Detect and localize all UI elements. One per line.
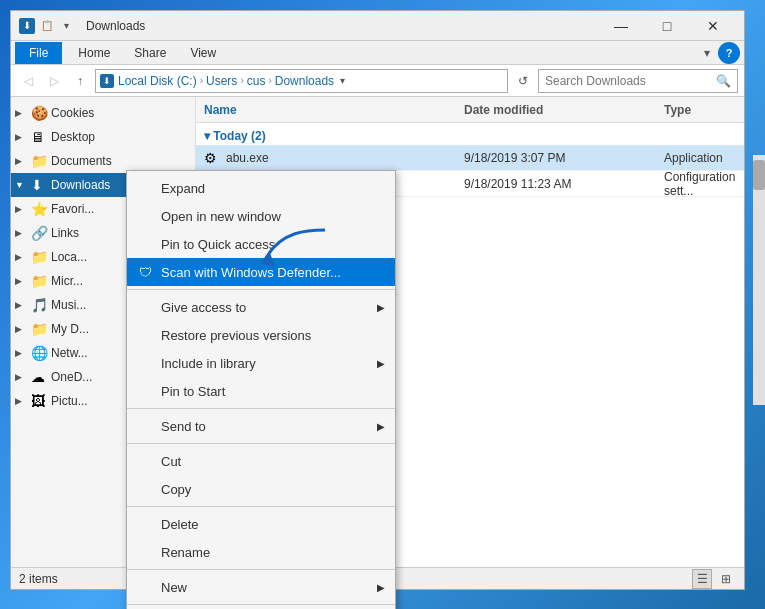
cm-copy-label: Copy	[161, 482, 191, 497]
group-header-today[interactable]: ▾ Today (2)	[196, 123, 744, 145]
cm-new-label: New	[161, 580, 187, 595]
search-input[interactable]	[545, 74, 716, 88]
col-type[interactable]: Type	[664, 103, 736, 117]
sidebar-label-network: Netw...	[51, 346, 88, 360]
cm-scan-defender-icon: 🛡	[137, 264, 153, 280]
pictures-icon: 🖼	[31, 393, 47, 409]
cm-include-library-label: Include in library	[161, 356, 256, 371]
large-icons-view-button[interactable]: ⊞	[716, 569, 736, 589]
cm-open-new-window[interactable]: Open in new window	[127, 202, 395, 230]
expand-arrow-desktop: ▶	[15, 132, 27, 142]
path-cus[interactable]: cus	[247, 74, 266, 88]
cookies-icon: 🍪	[31, 105, 47, 121]
tab-view[interactable]: View	[178, 42, 228, 64]
expand-arrow-links: ▶	[15, 228, 27, 238]
path-local-disk[interactable]: Local Disk (C:)	[118, 74, 197, 88]
sidebar-label-favorites: Favori...	[51, 202, 94, 216]
file-date-abu: 9/18/2019 3:07 PM	[464, 151, 664, 165]
cm-scan-defender[interactable]: 🛡 Scan with Windows Defender...	[127, 258, 395, 286]
cm-expand[interactable]: Expand	[127, 174, 395, 202]
cm-send-to-arrow: ▶	[377, 421, 385, 432]
cm-give-access-arrow: ▶	[377, 302, 385, 313]
file-date-config: 9/18/2019 11:23 AM	[464, 177, 664, 191]
cm-delete[interactable]: Delete	[127, 510, 395, 538]
sidebar-item-cookies[interactable]: ▶ 🍪 Cookies	[11, 101, 195, 125]
close-button[interactable]: ✕	[690, 11, 736, 41]
help-button[interactable]: ?	[718, 42, 740, 64]
cm-cut-left: Cut	[137, 453, 181, 469]
path-downloads[interactable]: Downloads	[275, 74, 334, 88]
window-title: Downloads	[86, 19, 145, 33]
cm-copy-left: Copy	[137, 481, 191, 497]
cm-scan-defender-label: Scan with Windows Defender...	[161, 265, 341, 280]
cm-sep-6	[127, 604, 395, 605]
cm-new[interactable]: New ▶	[127, 573, 395, 601]
path-users[interactable]: Users	[206, 74, 237, 88]
cm-rename-left: Rename	[137, 544, 210, 560]
expand-arrow-pictures: ▶	[15, 396, 27, 406]
expand-arrow-favorites: ▶	[15, 204, 27, 214]
cm-pin-start-icon	[137, 383, 153, 399]
cm-delete-label: Delete	[161, 517, 199, 532]
back-button[interactable]: ◁	[17, 70, 39, 92]
details-view-button[interactable]: ☰	[692, 569, 712, 589]
sidebar-label-downloads: Downloads	[51, 178, 110, 192]
cm-give-access[interactable]: Give access to ▶	[127, 293, 395, 321]
minimize-button[interactable]: —	[598, 11, 644, 41]
cm-cut[interactable]: Cut	[127, 447, 395, 475]
file-row-abu[interactable]: ⚙ abu.exe 9/18/2019 3:07 PM Application	[196, 145, 744, 171]
path-sep-3: ›	[268, 75, 271, 86]
context-menu: Expand Open in new window Pin to Quick a…	[126, 170, 396, 609]
tab-home[interactable]: Home	[66, 42, 122, 64]
scrollbar-thumb[interactable]	[753, 160, 765, 190]
cm-pin-quick-left: Pin to Quick access	[137, 236, 275, 252]
cm-give-access-icon	[137, 299, 153, 315]
cm-restore-versions[interactable]: Restore previous versions	[127, 321, 395, 349]
path-dropdown-icon[interactable]: ▾	[340, 75, 345, 86]
vertical-scrollbar[interactable]	[753, 155, 765, 405]
cm-rename[interactable]: Rename	[127, 538, 395, 566]
refresh-button[interactable]: ↺	[512, 70, 534, 92]
qa-properties-icon[interactable]: 📋	[39, 18, 55, 34]
file-type-config: Configuration sett...	[664, 170, 736, 198]
cm-send-to-left: Send to	[137, 418, 206, 434]
sidebar-label-mydocs: My D...	[51, 322, 89, 336]
maximize-button[interactable]: □	[644, 11, 690, 41]
cm-include-library[interactable]: Include in library ▶	[127, 349, 395, 377]
expand-arrow-documents: ▶	[15, 156, 27, 166]
cm-restore-versions-label: Restore previous versions	[161, 328, 311, 343]
microsoft-icon: 📁	[31, 273, 47, 289]
cm-pin-quick[interactable]: Pin to Quick access	[127, 230, 395, 258]
search-box[interactable]: 🔍	[538, 69, 738, 93]
cm-sep-4	[127, 506, 395, 507]
cm-open-new-window-label: Open in new window	[161, 209, 281, 224]
mydocs-icon: 📁	[31, 321, 47, 337]
expand-arrow-cookies: ▶	[15, 108, 27, 118]
col-name[interactable]: Name	[204, 103, 464, 117]
title-bar: ⬇ 📋 ▾ Downloads — □ ✕	[11, 11, 744, 41]
forward-button[interactable]: ▷	[43, 70, 65, 92]
expand-arrow-onedrive: ▶	[15, 372, 27, 382]
up-button[interactable]: ↑	[69, 70, 91, 92]
cm-copy-icon	[137, 481, 153, 497]
cm-pin-quick-label: Pin to Quick access	[161, 237, 275, 252]
col-date[interactable]: Date modified	[464, 103, 664, 117]
address-bar: ◁ ▷ ↑ ⬇ Local Disk (C:) › Users › cus › …	[11, 65, 744, 97]
address-path[interactable]: ⬇ Local Disk (C:) › Users › cus › Downlo…	[95, 69, 508, 93]
cm-send-to[interactable]: Send to ▶	[127, 412, 395, 440]
file-list-header: Name Date modified Type	[196, 97, 744, 123]
cm-copy[interactable]: Copy	[127, 475, 395, 503]
cm-pin-start[interactable]: Pin to Start	[127, 377, 395, 405]
cm-restore-versions-left: Restore previous versions	[137, 327, 311, 343]
window-controls: — □ ✕	[598, 11, 736, 41]
tab-share[interactable]: Share	[122, 42, 178, 64]
quick-access-toolbar: 📋 ▾	[39, 18, 74, 34]
ribbon-expand-icon[interactable]: ▾	[696, 42, 718, 64]
file-name-abu: abu.exe	[226, 151, 269, 165]
tab-file[interactable]: File	[15, 42, 62, 64]
file-name-cell-abu: ⚙ abu.exe	[204, 150, 464, 166]
qa-dropdown-icon[interactable]: ▾	[58, 18, 74, 34]
cm-pin-quick-icon	[137, 236, 153, 252]
cm-give-access-label: Give access to	[161, 300, 246, 315]
sidebar-item-desktop[interactable]: ▶ 🖥 Desktop	[11, 125, 195, 149]
